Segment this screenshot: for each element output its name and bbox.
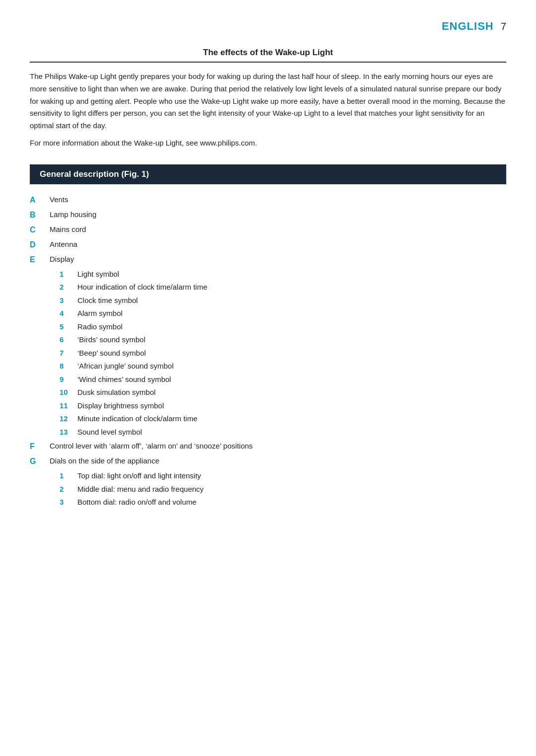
effects-paragraph-1: The Philips Wake-up Light gently prepare… xyxy=(30,71,506,132)
item-text-b: Lamp housing xyxy=(50,209,506,221)
effects-paragraph-2: For more information about the Wake-up L… xyxy=(30,137,506,150)
item-text-g: Dials on the side of the appliance xyxy=(50,455,506,467)
sub-item-g-2: 2Middle dial: menu and radio frequency xyxy=(60,484,506,495)
sub-label-e-7: 7 xyxy=(60,348,77,359)
sub-text-e-7: ‘Beep’ sound symbol xyxy=(77,348,506,359)
sub-label-g-1: 1 xyxy=(60,470,77,482)
sub-item-e-8: 8‘African jungle’ sound symbol xyxy=(60,361,506,372)
sub-label-g-3: 3 xyxy=(60,497,77,508)
sub-item-e-1: 1Light symbol xyxy=(60,269,506,280)
sub-text-e-12: Minute indication of clock/alarm time xyxy=(77,413,506,425)
sub-text-e-8: ‘African jungle’ sound symbol xyxy=(77,361,506,372)
sub-text-e-11: Display brightness symbol xyxy=(77,400,506,412)
item-text-e: Display xyxy=(50,254,506,265)
general-item-e: EDisplay xyxy=(30,254,506,266)
sub-item-e-5: 5Radio symbol xyxy=(60,321,506,333)
sub-label-e-12: 12 xyxy=(60,413,77,425)
sub-item-g-1: 1Top dial: light on/off and light intens… xyxy=(60,470,506,482)
sub-list-e: 1Light symbol2Hour indication of clock t… xyxy=(30,269,506,438)
sub-text-e-2: Hour indication of clock time/alarm time xyxy=(77,282,506,293)
sub-label-e-4: 4 xyxy=(60,308,77,319)
item-label-g: G xyxy=(30,455,50,467)
sub-label-e-5: 5 xyxy=(60,321,77,333)
general-section-title: General description (Fig. 1) xyxy=(30,164,506,184)
sub-text-e-10: Dusk simulation symbol xyxy=(77,387,506,398)
sub-label-e-13: 13 xyxy=(60,427,77,438)
sub-item-e-2: 2Hour indication of clock time/alarm tim… xyxy=(60,282,506,293)
sub-text-e-13: Sound level symbol xyxy=(77,427,506,438)
sub-list-row-g: 1Top dial: light on/off and light intens… xyxy=(30,470,506,508)
page-header: ENGLISH 7 xyxy=(30,20,506,33)
sub-text-g-3: Bottom dial: radio on/off and volume xyxy=(77,497,506,508)
sub-text-g-2: Middle dial: menu and radio frequency xyxy=(77,484,506,495)
sub-text-e-9: ‘Wind chimes’ sound symbol xyxy=(77,374,506,385)
sub-text-g-1: Top dial: light on/off and light intensi… xyxy=(77,470,506,482)
item-text-f: Control lever with ‘alarm off’, ‘alarm o… xyxy=(50,441,506,452)
sub-item-e-6: 6‘Birds’ sound symbol xyxy=(60,334,506,346)
sub-item-e-10: 10Dusk simulation symbol xyxy=(60,387,506,398)
sub-text-e-3: Clock time symbol xyxy=(77,295,506,306)
general-item-a: AVents xyxy=(30,194,506,206)
item-label-d: D xyxy=(30,239,50,251)
sub-label-e-3: 3 xyxy=(60,295,77,306)
general-item-d: DAntenna xyxy=(30,239,506,251)
item-label-a: A xyxy=(30,194,50,206)
sub-label-e-8: 8 xyxy=(60,361,77,372)
sub-label-e-9: 9 xyxy=(60,374,77,385)
item-text-d: Antenna xyxy=(50,239,506,250)
sub-text-e-4: Alarm symbol xyxy=(77,308,506,319)
sub-text-e-1: Light symbol xyxy=(77,269,506,280)
sub-label-e-10: 10 xyxy=(60,387,77,398)
item-text-a: Vents xyxy=(50,194,506,206)
sub-label-e-11: 11 xyxy=(60,400,77,412)
sub-item-e-12: 12Minute indication of clock/alarm time xyxy=(60,413,506,425)
sub-label-e-2: 2 xyxy=(60,282,77,293)
page-number: 7 xyxy=(501,21,506,32)
sub-text-e-6: ‘Birds’ sound symbol xyxy=(77,334,506,346)
sub-text-e-5: Radio symbol xyxy=(77,321,506,333)
general-item-g: GDials on the side of the appliance xyxy=(30,455,506,467)
item-text-c: Mains cord xyxy=(50,224,506,235)
sub-label-e-6: 6 xyxy=(60,334,77,346)
sub-list-row-e: 1Light symbol2Hour indication of clock t… xyxy=(30,269,506,438)
effects-title: The effects of the Wake-up Light xyxy=(30,48,506,63)
sub-item-e-7: 7‘Beep’ sound symbol xyxy=(60,348,506,359)
sub-item-g-3: 3Bottom dial: radio on/off and volume xyxy=(60,497,506,508)
item-label-f: F xyxy=(30,441,50,453)
general-item-c: CMains cord xyxy=(30,224,506,236)
sub-label-g-2: 2 xyxy=(60,484,77,495)
language-label: ENGLISH xyxy=(442,20,494,32)
general-item-b: BLamp housing xyxy=(30,209,506,221)
item-label-e: E xyxy=(30,254,50,266)
sub-item-e-9: 9‘Wind chimes’ sound symbol xyxy=(60,374,506,385)
general-item-f: FControl lever with ‘alarm off’, ‘alarm … xyxy=(30,441,506,453)
sub-item-e-13: 13Sound level symbol xyxy=(60,427,506,438)
sub-item-e-3: 3Clock time symbol xyxy=(60,295,506,306)
general-item-list: AVentsBLamp housingCMains cordDAntennaED… xyxy=(30,194,506,508)
sub-item-e-4: 4Alarm symbol xyxy=(60,308,506,319)
sub-label-e-1: 1 xyxy=(60,269,77,280)
item-label-c: C xyxy=(30,224,50,236)
sub-list-g: 1Top dial: light on/off and light intens… xyxy=(30,470,506,508)
sub-item-e-11: 11Display brightness symbol xyxy=(60,400,506,412)
item-label-b: B xyxy=(30,209,50,221)
